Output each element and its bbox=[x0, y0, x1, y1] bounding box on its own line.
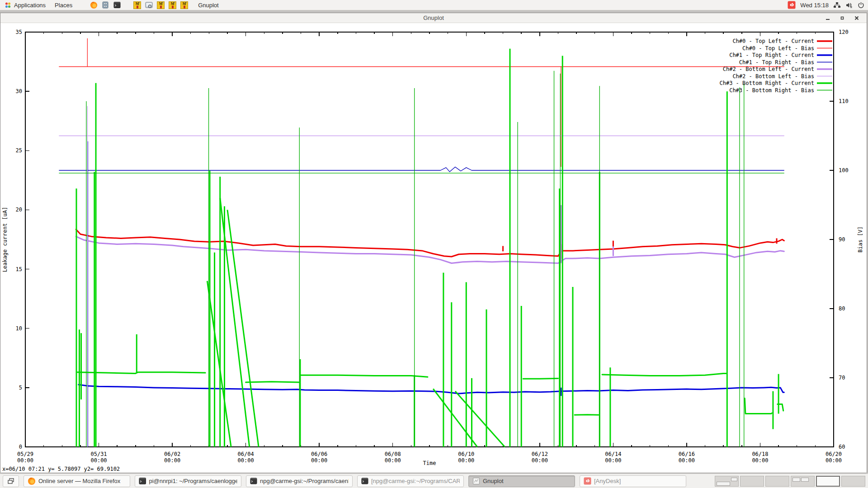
window-title: Gnuplot bbox=[423, 14, 444, 21]
svg-text:00:00: 00:00 bbox=[679, 457, 695, 464]
terminal-icon bbox=[250, 477, 257, 485]
svg-text:00:00: 00:00 bbox=[458, 457, 474, 464]
svg-text:06/02: 06/02 bbox=[164, 451, 180, 457]
svg-text:00:00: 00:00 bbox=[90, 457, 107, 464]
applications-menu[interactable]: Applications bbox=[0, 0, 50, 10]
workspace-2[interactable] bbox=[740, 476, 764, 487]
places-menu[interactable]: Places bbox=[50, 0, 77, 10]
svg-text:Ch#1 - Top Right - Bias: Ch#1 - Top Right - Bias bbox=[739, 59, 814, 66]
terminal-icon bbox=[139, 477, 146, 485]
close-button[interactable] bbox=[853, 14, 860, 22]
midas-launcher-2[interactable]: M bbox=[156, 0, 165, 10]
top-panel: Applications Places M bbox=[0, 0, 868, 10]
anydesk-tray-icon[interactable] bbox=[788, 1, 796, 9]
show-desktop-button[interactable] bbox=[3, 475, 19, 487]
terminal-icon bbox=[113, 1, 121, 9]
svg-text:06/14: 06/14 bbox=[605, 451, 621, 457]
workspace-switcher bbox=[715, 476, 865, 487]
gnuplot-window: Gnuplot 05/2900:0005/3100:0006/0200:0006… bbox=[0, 13, 867, 473]
gnuplot-canvas[interactable]: 05/2900:0005/3100:0006/0200:0006/0400:00… bbox=[0, 23, 867, 466]
terminal-icon bbox=[361, 477, 368, 485]
network-tray-icon[interactable] bbox=[833, 2, 841, 9]
svg-text:70: 70 bbox=[839, 375, 845, 381]
workspace-4[interactable] bbox=[791, 476, 815, 487]
svg-text:Ch#1 - Top Right - Current: Ch#1 - Top Right - Current bbox=[729, 52, 814, 58]
svg-text:Time: Time bbox=[423, 460, 436, 466]
maximize-button[interactable] bbox=[839, 14, 846, 22]
applications-menu-label: Applications bbox=[14, 2, 46, 9]
svg-text:90: 90 bbox=[839, 236, 845, 243]
workspace-1[interactable] bbox=[715, 476, 739, 487]
svg-text:Ch#3 - Bottom Right - Current: Ch#3 - Bottom Right - Current bbox=[719, 80, 814, 86]
svg-text:80: 80 bbox=[839, 305, 845, 312]
svg-text:Ch#2 - Bottom Left - Current: Ch#2 - Bottom Left - Current bbox=[723, 66, 814, 72]
svg-text:06/18: 06/18 bbox=[752, 451, 768, 457]
midas-launcher-4[interactable]: M bbox=[179, 0, 189, 10]
svg-text:06/16: 06/16 bbox=[679, 451, 695, 457]
svg-text:0: 0 bbox=[19, 444, 22, 450]
minimize-button[interactable] bbox=[824, 14, 831, 22]
firefox-icon bbox=[90, 1, 98, 9]
gnuplot-window-icon bbox=[472, 477, 480, 485]
svg-text:06/04: 06/04 bbox=[238, 451, 254, 457]
taskbar-button-terminal-npg[interactable]: npg@carme-gsi:~/Programs/caenl... bbox=[246, 475, 353, 487]
midas-icon: M bbox=[157, 1, 165, 9]
svg-text:M: M bbox=[159, 2, 162, 6]
file-manager-launcher[interactable] bbox=[100, 0, 110, 10]
workspace-3[interactable] bbox=[765, 476, 789, 487]
svg-text:Bias [V]: Bias [V] bbox=[857, 226, 863, 253]
svg-text:Ch#0 - Top Left - Bias: Ch#0 - Top Left - Bias bbox=[742, 45, 814, 52]
midas-icon: M bbox=[133, 1, 141, 9]
svg-text:M: M bbox=[170, 2, 174, 6]
taskbar-button-label: Online server — Mozilla Firefox bbox=[38, 478, 120, 484]
taskbar-button-label: [npg@carme-gsi:~/Programs/CAR... bbox=[371, 478, 460, 484]
taskbar-button-firefox[interactable]: Online server — Mozilla Firefox bbox=[24, 475, 130, 487]
workspace-window-thumbnail bbox=[717, 482, 730, 486]
svg-text:Ch#3 - Bottom Right - Bias: Ch#3 - Bottom Right - Bias bbox=[729, 87, 814, 94]
svg-text:06/10: 06/10 bbox=[458, 451, 474, 457]
panel-clock[interactable]: Wed 15:18 bbox=[800, 2, 829, 9]
svg-text:M: M bbox=[135, 2, 139, 6]
svg-text:10: 10 bbox=[16, 325, 22, 332]
svg-text:06/12: 06/12 bbox=[532, 451, 548, 457]
svg-text:06/06: 06/06 bbox=[311, 451, 327, 457]
workspace-5[interactable] bbox=[816, 476, 840, 487]
taskbar-button-gnuplot[interactable]: Gnuplot bbox=[468, 475, 575, 487]
taskbar-button-terminal-pi[interactable]: pi@nnrpi1: ~/Programs/caenlogger bbox=[135, 475, 241, 487]
distro-menu-icon bbox=[5, 2, 11, 9]
svg-text:00:00: 00:00 bbox=[311, 457, 327, 464]
midas-launcher-1[interactable]: M bbox=[132, 0, 142, 10]
svg-text:05/29: 05/29 bbox=[17, 451, 33, 457]
midas-icon: M bbox=[180, 1, 188, 9]
workspace-window-thumbnail bbox=[731, 478, 737, 481]
workspace-window-thumbnail bbox=[801, 478, 809, 482]
places-menu-label: Places bbox=[55, 2, 72, 9]
svg-text:M: M bbox=[182, 2, 186, 6]
screenshot-tool-launcher[interactable] bbox=[144, 0, 154, 10]
svg-text:Leakage current [uA]: Leakage current [uA] bbox=[2, 207, 8, 272]
svg-text:30: 30 bbox=[16, 88, 22, 94]
screenshot-icon bbox=[145, 1, 153, 9]
taskbar-button-anydesk[interactable]: [AnyDesk] bbox=[580, 475, 686, 487]
power-tray-icon[interactable] bbox=[858, 2, 864, 9]
svg-text:100: 100 bbox=[839, 167, 849, 174]
svg-text:60: 60 bbox=[839, 444, 845, 450]
svg-text:00:00: 00:00 bbox=[385, 457, 401, 464]
svg-text:35: 35 bbox=[16, 29, 22, 35]
volume-muted-tray-icon[interactable] bbox=[845, 2, 853, 9]
midas-launcher-3[interactable]: M bbox=[167, 0, 177, 10]
midas-icon: M bbox=[169, 1, 176, 9]
workspace-6[interactable] bbox=[841, 476, 865, 487]
svg-text:20: 20 bbox=[16, 206, 22, 213]
svg-text:Ch#0 - Top Left - Current: Ch#0 - Top Left - Current bbox=[732, 38, 814, 44]
panel-active-app-label[interactable]: Gnuplot bbox=[198, 2, 219, 9]
window-titlebar[interactable]: Gnuplot bbox=[0, 13, 867, 23]
svg-text:00:00: 00:00 bbox=[238, 457, 254, 464]
taskbar-button-terminal-npg-minimized[interactable]: [npg@carme-gsi:~/Programs/CAR... bbox=[357, 475, 464, 487]
chart-area: 05/2900:0005/3100:0006/0200:0006/0400:00… bbox=[0, 23, 867, 466]
svg-text:00:00: 00:00 bbox=[752, 457, 768, 464]
svg-text:00:00: 00:00 bbox=[826, 457, 842, 464]
firefox-launcher[interactable] bbox=[89, 0, 99, 10]
terminal-launcher[interactable] bbox=[112, 0, 122, 10]
taskbar-button-label: pi@nnrpi1: ~/Programs/caenlogger bbox=[149, 478, 237, 484]
